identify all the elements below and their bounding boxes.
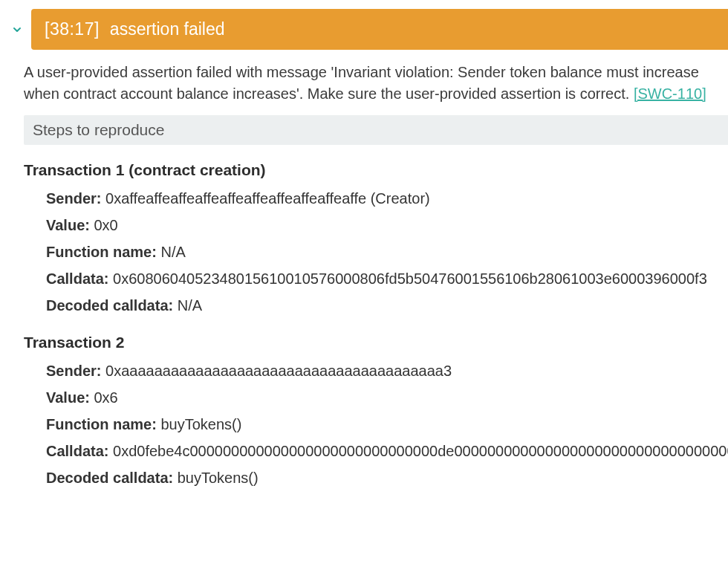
field-value: 0xaaaaaaaaaaaaaaaaaaaaaaaaaaaaaaaaaaaaaa… xyxy=(105,363,452,379)
swc-link[interactable]: [SWC-110] xyxy=(634,85,706,102)
field-label: Sender: xyxy=(46,363,101,379)
field-label: Value: xyxy=(46,389,90,406)
field-label: Calldata: xyxy=(46,270,108,287)
transaction-fields: Sender: 0xaffeaffeaffeaffeaffeaffeaffeaf… xyxy=(24,186,728,317)
field-calldata: Calldata: 0xd0febe4c00000000000000000000… xyxy=(46,439,728,463)
field-label: Sender: xyxy=(46,190,101,207)
field-value: 0x6 xyxy=(94,389,117,406)
issue-location: [38:17] xyxy=(45,19,100,39)
field-value: 0x6080604052348015610010576000806fd5b504… xyxy=(113,270,707,287)
field-function-name: Function name: buyTokens() xyxy=(46,412,728,436)
field-value: buyTokens() xyxy=(178,470,259,486)
description-text: A user-provided assertion failed with me… xyxy=(24,64,699,102)
issue-title: assertion failed xyxy=(110,19,225,39)
chevron-down-icon xyxy=(11,24,23,36)
issue-description: A user-provided assertion failed with me… xyxy=(24,50,728,115)
steps-to-reproduce-header: Steps to reproduce xyxy=(24,115,728,145)
issue-panel: [38:17] assertion failed A user-provided… xyxy=(0,0,728,490)
field-value: buyTokens() xyxy=(160,416,241,432)
transaction-block: Transaction 1 (contract creation) Sender… xyxy=(24,145,728,317)
field-label: Decoded calldata: xyxy=(46,470,173,486)
field-sender: Sender: 0xaffeaffeaffeaffeaffeaffeaffeaf… xyxy=(46,186,728,210)
field-decoded-calldata: Decoded calldata: N/A xyxy=(46,293,728,317)
field-sender: Sender: 0xaaaaaaaaaaaaaaaaaaaaaaaaaaaaaa… xyxy=(46,359,728,383)
transaction-fields: Sender: 0xaaaaaaaaaaaaaaaaaaaaaaaaaaaaaa… xyxy=(24,359,728,490)
field-label: Function name: xyxy=(46,416,157,432)
field-value-row: Value: 0x0 xyxy=(46,213,728,237)
transaction-title: Transaction 1 (contract creation) xyxy=(24,145,728,186)
collapse-toggle[interactable] xyxy=(10,23,24,36)
transaction-block: Transaction 2 Sender: 0xaaaaaaaaaaaaaaaa… xyxy=(24,317,728,490)
field-value: 0xd0febe4c000000000000000000000000000000… xyxy=(113,443,728,459)
field-label: Calldata: xyxy=(46,443,108,459)
issue-banner[interactable]: [38:17] assertion failed xyxy=(31,9,728,50)
field-label: Value: xyxy=(46,217,90,233)
field-decoded-calldata: Decoded calldata: buyTokens() xyxy=(46,466,728,490)
field-value: N/A xyxy=(160,244,185,260)
field-calldata: Calldata: 0x6080604052348015610010576000… xyxy=(46,267,728,291)
field-label: Function name: xyxy=(46,244,157,260)
field-label: Decoded calldata: xyxy=(46,297,173,314)
transaction-title: Transaction 2 xyxy=(24,317,728,359)
field-value: 0x0 xyxy=(94,217,117,233)
field-value: 0xaffeaffeaffeaffeaffeaffeaffeaffeaffeaf… xyxy=(105,190,430,207)
field-function-name: Function name: N/A xyxy=(46,240,728,264)
issue-body: A user-provided assertion failed with me… xyxy=(0,50,728,490)
issue-header-row: [38:17] assertion failed xyxy=(0,9,728,50)
field-value-row: Value: 0x6 xyxy=(46,386,728,409)
field-value: N/A xyxy=(178,297,202,314)
